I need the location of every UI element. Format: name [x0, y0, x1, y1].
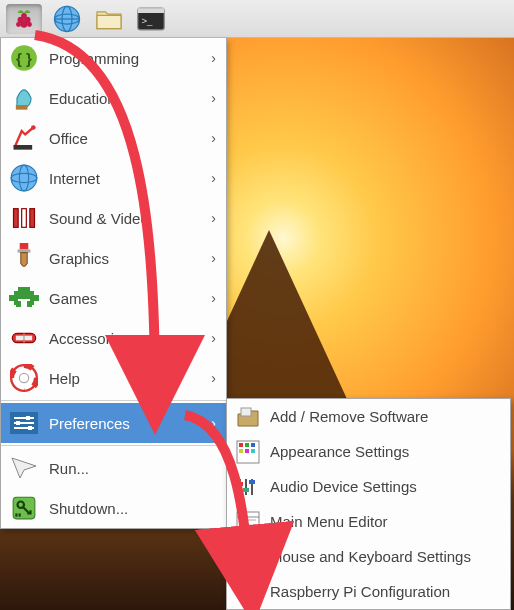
submenu-item-audio-device-settings[interactable]: Audio Device Settings: [227, 469, 510, 504]
submenu-item-label: Raspberry Pi Configuration: [270, 583, 450, 600]
menu-item-label: Preferences: [49, 415, 130, 432]
menu-item-education[interactable]: Education ›: [1, 78, 226, 118]
svg-point-5: [27, 21, 32, 26]
svg-rect-24: [20, 243, 29, 249]
add-remove-icon: [235, 404, 261, 430]
mouse-keyboard-icon: [235, 544, 261, 570]
svg-point-17: [31, 125, 36, 130]
svg-rect-71: [241, 556, 243, 558]
svg-rect-70: [238, 556, 240, 558]
submenu-item-label: Appearance Settings: [270, 443, 409, 460]
menu-item-sound-video[interactable]: Sound & Video ›: [1, 198, 226, 238]
globe-icon: [52, 4, 82, 34]
games-icon: [9, 283, 39, 313]
chevron-right-icon: ›: [211, 250, 216, 266]
menu-item-label: Internet: [49, 170, 100, 187]
menu-item-label: Programming: [49, 50, 139, 67]
submenu-item-add-remove-software[interactable]: Add / Remove Software: [227, 399, 510, 434]
svg-rect-22: [22, 209, 27, 228]
education-icon: [9, 83, 39, 113]
svg-rect-23: [30, 209, 35, 228]
chevron-right-icon: ›: [211, 415, 216, 431]
svg-point-80: [250, 595, 254, 599]
taskbar: >_: [0, 0, 514, 38]
svg-rect-56: [251, 449, 255, 453]
graphics-icon: [9, 243, 39, 273]
chevron-right-icon: ›: [211, 130, 216, 146]
svg-rect-11: [138, 8, 164, 13]
svg-rect-30: [18, 287, 30, 299]
svg-rect-66: [239, 524, 243, 527]
menu-item-preferences[interactable]: Preferences ›: [1, 403, 226, 443]
svg-point-37: [19, 373, 28, 382]
chevron-right-icon: ›: [211, 330, 216, 346]
submenu-item-appearance-settings[interactable]: Appearance Settings: [227, 434, 510, 469]
svg-point-2: [21, 12, 27, 18]
submenu-item-mouse-keyboard-settings[interactable]: Mouse and Keyboard Settings: [227, 539, 510, 574]
menu-separator: [1, 445, 226, 446]
submenu-item-main-menu-editor[interactable]: Main Menu Editor: [227, 504, 510, 539]
file-manager-button[interactable]: [92, 4, 126, 34]
preferences-icon: [9, 408, 39, 438]
submenu-item-label: Mouse and Keyboard Settings: [270, 548, 471, 565]
svg-point-79: [241, 595, 245, 599]
accessories-icon: [9, 323, 39, 353]
main-menu: { } Programming › Education › Office › I…: [0, 38, 227, 529]
svg-rect-16: [14, 145, 33, 150]
preferences-submenu: Add / Remove Software Appearance Setting…: [226, 398, 511, 610]
svg-rect-55: [245, 449, 249, 453]
start-menu-button[interactable]: [6, 4, 42, 34]
chevron-right-icon: ›: [211, 290, 216, 306]
svg-rect-26: [9, 295, 14, 301]
terminal-button[interactable]: >_: [134, 4, 168, 34]
menu-item-shutdown[interactable]: Shutdown...: [1, 488, 226, 528]
submenu-item-raspberry-pi-configuration[interactable]: Raspberry Pi Configuration: [227, 574, 510, 609]
svg-rect-27: [34, 295, 39, 301]
web-browser-button[interactable]: [50, 4, 84, 34]
chevron-right-icon: ›: [211, 370, 216, 386]
menu-item-label: Sound & Video: [49, 210, 149, 227]
folder-icon: [94, 7, 124, 31]
svg-rect-44: [28, 426, 32, 430]
menu-item-label: Shutdown...: [49, 500, 128, 517]
svg-rect-65: [239, 519, 243, 522]
programming-icon: { }: [9, 43, 39, 73]
svg-rect-53: [251, 443, 255, 447]
submenu-item-label: Add / Remove Software: [270, 408, 428, 425]
chevron-right-icon: ›: [211, 210, 216, 226]
raspberry-pi-icon: [235, 579, 261, 605]
menu-item-run[interactable]: Run...: [1, 448, 226, 488]
menu-separator: [1, 400, 226, 401]
svg-rect-21: [14, 209, 19, 228]
terminal-icon: >_: [136, 7, 166, 31]
menu-item-help[interactable]: Help ›: [1, 358, 226, 398]
svg-rect-62: [249, 480, 255, 484]
menu-item-programming[interactable]: { } Programming ›: [1, 38, 226, 78]
svg-point-3: [21, 21, 28, 27]
menu-item-graphics[interactable]: Graphics ›: [1, 238, 226, 278]
shutdown-icon: [9, 493, 39, 523]
svg-rect-49: [241, 408, 251, 416]
svg-rect-32: [27, 301, 32, 307]
chevron-right-icon: ›: [211, 50, 216, 66]
menu-item-label: Help: [49, 370, 80, 387]
svg-rect-43: [16, 421, 20, 425]
help-icon: [9, 363, 39, 393]
svg-rect-72: [244, 556, 246, 558]
svg-rect-31: [16, 301, 21, 307]
menu-item-accessories[interactable]: Accessories ›: [1, 318, 226, 358]
svg-rect-61: [243, 488, 249, 492]
svg-point-77: [246, 587, 251, 592]
svg-text:{ }: { }: [16, 50, 32, 67]
svg-rect-73: [238, 560, 248, 562]
menu-item-label: Graphics: [49, 250, 109, 267]
svg-rect-60: [237, 482, 243, 486]
menu-item-internet[interactable]: Internet ›: [1, 158, 226, 198]
svg-point-18: [11, 165, 37, 191]
menu-item-label: Education: [49, 90, 116, 107]
menu-editor-icon: [235, 509, 261, 535]
menu-item-label: Games: [49, 290, 97, 307]
menu-item-games[interactable]: Games ›: [1, 278, 226, 318]
raspberry-pi-icon: [11, 6, 37, 32]
menu-item-office[interactable]: Office ›: [1, 118, 226, 158]
